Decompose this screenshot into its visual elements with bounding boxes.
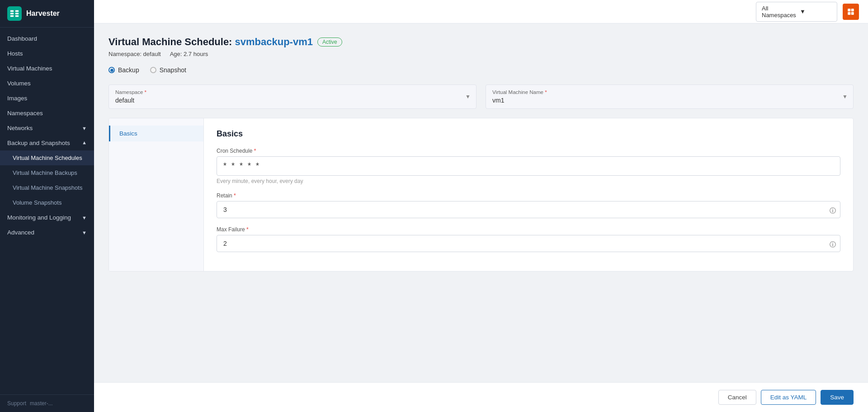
monitoring-logging-chevron-icon: ▼ [82,215,87,220]
save-button[interactable]: Save [821,390,854,405]
field-row-namespace-vm: Namespace * default ▼ Virtual Machine Na… [108,84,854,109]
sidebar-item-vm-snapshots[interactable]: Virtual Machine Snapshots [0,180,94,195]
support-link[interactable]: Support [7,400,26,407]
cron-schedule-hint: Every minute, every hour, every day [217,178,840,184]
sidebar-footer: Support master-... [0,394,94,412]
cron-schedule-label: Cron Schedule * [217,148,840,154]
retain-label: Retain * [217,192,840,199]
namespace-field-label: Namespace * [115,89,470,95]
sidebar-item-backup-snapshots[interactable]: Backup and Snapshots ▼ [0,136,94,150]
content-panel: Basics Basics Cron Schedule * Every minu… [108,118,854,272]
namespace-field-value: default [115,97,470,104]
svg-rect-2 [10,13,14,14]
type-selector: Backup Snapshot [108,66,854,74]
max-failure-group: Max Failure * ⓘ [217,226,840,252]
svg-rect-8 [848,12,850,14]
basics-section-title: Basics [217,129,840,139]
bottom-bar: Cancel Edit as YAML Save [94,382,868,412]
basics-form-section: Basics Cron Schedule * Every minute, eve… [204,118,853,271]
svg-rect-1 [15,10,19,12]
vm-name-field: Virtual Machine Name * vm1 ▼ [486,84,854,109]
nav-item-basics[interactable]: Basics [109,126,203,141]
backup-option[interactable]: Backup [108,66,139,74]
sidebar-item-monitoring-logging[interactable]: Monitoring and Logging ▼ [0,210,94,225]
retain-group: Retain * ⓘ [217,192,840,218]
sidebar-header: Harvester [0,0,94,28]
svg-rect-6 [848,9,850,11]
page-title-row: Virtual Machine Schedule: svmbackup-vm1 … [108,36,854,48]
svg-rect-4 [10,15,14,17]
edit-yaml-button[interactable]: Edit as YAML [761,390,816,405]
namespace-meta: Namespace: default [108,51,161,57]
backup-radio[interactable] [108,67,115,73]
max-failure-input[interactable] [217,235,840,252]
svg-rect-3 [15,13,19,14]
page-area: Virtual Machine Schedule: svmbackup-vm1 … [94,23,868,382]
age-meta: Age: 2.7 hours [170,51,208,57]
svg-rect-9 [851,12,854,14]
cron-schedule-group: Cron Schedule * Every minute, every hour… [217,148,840,184]
status-badge: Active [317,37,342,47]
harvester-logo-icon [7,6,22,21]
snapshot-option[interactable]: Snapshot [150,66,186,74]
sidebar: Harvester Dashboard Hosts Virtual Machin… [0,0,94,412]
cron-schedule-input[interactable] [217,156,840,176]
sidebar-item-vm-schedules[interactable]: Virtual Machine Schedules [0,150,94,165]
sidebar-item-volume-snapshots[interactable]: Volume Snapshots [0,195,94,210]
sidebar-item-images[interactable]: Images [0,91,94,106]
sidebar-item-volumes[interactable]: Volumes [0,76,94,91]
notification-icon[interactable] [843,4,859,20]
sidebar-item-networks[interactable]: Networks ▼ [0,121,94,136]
max-failure-info-icon[interactable]: ⓘ [830,241,836,249]
app-name: Harvester [26,9,60,18]
vm-schedule-name: svmbackup-vm1 [235,36,313,47]
cancel-button[interactable]: Cancel [718,390,756,405]
main-content: All Namespaces ▼ Virtual Machine Schedul… [94,0,868,412]
max-failure-label: Max Failure * [217,226,840,233]
sidebar-item-hosts[interactable]: Hosts [0,46,94,61]
advanced-chevron-icon: ▼ [82,230,87,235]
section-left-nav: Basics [109,118,204,271]
version-label: master-... [30,400,53,407]
retain-info-icon[interactable]: ⓘ [830,207,836,215]
sidebar-item-virtual-machines[interactable]: Virtual Machines [0,61,94,76]
page-meta: Namespace: default Age: 2.7 hours [108,51,854,57]
sidebar-item-vm-backups[interactable]: Virtual Machine Backups [0,165,94,180]
sidebar-nav: Dashboard Hosts Virtual Machines Volumes… [0,28,94,394]
namespace-field: Namespace * default ▼ [108,84,476,109]
snapshot-radio[interactable] [150,67,156,73]
vm-name-field-value: vm1 [492,97,847,104]
svg-rect-0 [10,10,14,12]
namespace-field-chevron-icon: ▼ [465,94,471,100]
retain-input[interactable] [217,201,840,218]
vm-name-field-label: Virtual Machine Name * [492,89,847,95]
namespace-chevron-icon: ▼ [800,8,831,15]
sidebar-item-dashboard[interactable]: Dashboard [0,31,94,46]
sidebar-item-namespaces[interactable]: Namespaces [0,106,94,121]
svg-rect-5 [15,15,19,17]
sidebar-item-advanced[interactable]: Advanced ▼ [0,225,94,240]
page-title: Virtual Machine Schedule: svmbackup-vm1 [108,36,313,48]
namespace-selector[interactable]: All Namespaces ▼ [756,2,837,22]
svg-rect-7 [851,9,854,11]
topbar: All Namespaces ▼ [94,0,868,23]
namespace-value: All Namespaces [762,5,796,19]
networks-chevron-icon: ▼ [82,126,87,131]
vm-name-field-chevron-icon: ▼ [842,94,848,100]
backup-snapshots-chevron-icon: ▼ [82,140,87,146]
